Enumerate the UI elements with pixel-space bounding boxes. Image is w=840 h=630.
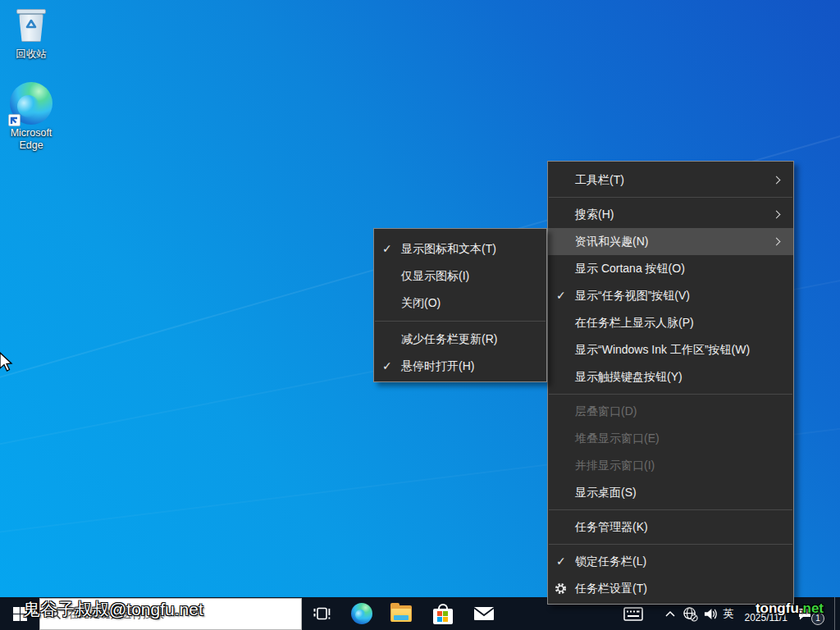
desktop-icon-recycle-bin[interactable]: 回收站 — [4, 7, 58, 61]
menu-item-taskbar-settings[interactable]: 任务栏设置(T) — [548, 575, 793, 602]
menu-item-label: 关闭(O) — [401, 296, 441, 309]
ime-label: 英 — [724, 606, 734, 621]
submenu-arrow-icon — [773, 237, 781, 245]
watermark-left: 鬼谷子叔叔@tongfu.net — [23, 598, 203, 621]
menu-item-label: 层叠窗口(D) — [575, 404, 637, 418]
checkmark-icon: ✓ — [556, 282, 566, 309]
menu-item-label: 搜索(H) — [575, 208, 614, 221]
menu-item-show-icon-only[interactable]: 仅显示图标(I) — [374, 262, 546, 290]
menu-item-news-and-interests[interactable]: 资讯和兴趣(N) — [548, 228, 793, 255]
edge-taskbar-button[interactable] — [343, 597, 381, 630]
touch-keyboard-icon — [623, 607, 643, 621]
desktop-icon-microsoft-edge[interactable]: Microsoft Edge — [4, 82, 58, 152]
task-view-icon — [312, 604, 331, 623]
menu-item-cascade-windows: 层叠窗口(D) — [548, 398, 793, 425]
show-desktop-button[interactable] — [834, 597, 840, 630]
menu-item-label: 显示桌面(S) — [575, 486, 637, 499]
menu-item-reduce-taskbar-updates[interactable]: 减少任务栏更新(R) — [374, 326, 546, 353]
menu-item-label: 显示 Cortana 按钮(O) — [575, 262, 685, 275]
speaker-icon — [703, 607, 719, 621]
menu-item-label: 任务栏设置(T) — [575, 582, 647, 595]
menu-separator — [549, 394, 792, 395]
watermark-corner: tongfu.net — [756, 600, 824, 617]
file-explorer-icon — [390, 605, 412, 622]
desktop-icon-label: 回收站 — [4, 48, 58, 61]
shortcut-arrow-icon — [8, 114, 21, 126]
menu-item-show-people-on-taskbar[interactable]: 在任务栏上显示人脉(P) — [548, 309, 793, 336]
menu-item-label: 仅显示图标(I) — [401, 269, 469, 282]
menu-item-show-touch-keyboard-button[interactable]: 显示触摸键盘按钮(Y) — [548, 363, 793, 390]
menu-item-show-cortana-button[interactable]: 显示 Cortana 按钮(O) — [548, 255, 793, 282]
menu-separator — [549, 509, 792, 510]
edge-icon — [10, 82, 52, 125]
menu-item-label: 并排显示窗口(I) — [575, 459, 655, 472]
menu-item-open-on-hover[interactable]: ✓ 悬停时打开(H) — [374, 353, 546, 380]
menu-item-label: 在任务栏上显示人脉(P) — [575, 316, 694, 329]
menu-item-turn-off[interactable]: 关闭(O) — [374, 290, 546, 317]
recycle-arrows-icon — [23, 19, 39, 34]
menu-item-label: 减少任务栏更新(R) — [401, 332, 497, 345]
menu-separator — [549, 197, 792, 198]
submenu-arrow-icon — [773, 210, 781, 218]
mouse-cursor — [0, 352, 15, 373]
checkmark-icon: ✓ — [556, 548, 566, 575]
menu-item-label: 任务管理器(K) — [575, 520, 648, 533]
mail-button[interactable] — [465, 597, 503, 630]
menu-item-show-desktop[interactable]: 显示桌面(S) — [548, 479, 793, 506]
menu-separator — [375, 321, 546, 322]
file-explorer-button[interactable] — [382, 597, 420, 630]
menu-item-label: 工具栏(T) — [575, 173, 624, 186]
menu-item-show-windows-side-by-side: 并排显示窗口(I) — [548, 452, 793, 479]
menu-item-label: 堆叠显示窗口(E) — [575, 431, 660, 445]
menu-item-label: 显示图标和文本(T) — [401, 242, 496, 255]
menu-item-search[interactable]: 搜索(H) — [548, 201, 793, 228]
menu-item-show-task-view-button[interactable]: ✓ 显示“任务视图”按钮(V) — [548, 282, 793, 309]
menu-item-label: 资讯和兴趣(N) — [575, 235, 648, 248]
task-view-button[interactable] — [303, 597, 340, 630]
menu-item-show-icon-and-text[interactable]: ✓ 显示图标和文本(T) — [374, 235, 546, 262]
checkmark-icon: ✓ — [382, 235, 392, 262]
menu-item-label: 锁定任务栏(L) — [575, 555, 646, 568]
taskbar-context-menu: 工具栏(T) 搜索(H) 资讯和兴趣(N) 显示 Cortana 按钮(O) ✓… — [547, 161, 794, 605]
network-no-internet-icon — [682, 606, 698, 622]
menu-item-lock-the-taskbar[interactable]: ✓ 锁定任务栏(L) — [548, 548, 793, 575]
menu-item-label: 显示“任务视图”按钮(V) — [575, 289, 690, 302]
chevron-up-icon — [665, 610, 675, 617]
menu-item-task-manager[interactable]: 任务管理器(K) — [548, 514, 793, 541]
edge-icon — [351, 603, 372, 624]
microsoft-store-button[interactable] — [424, 597, 462, 630]
mail-icon — [473, 605, 495, 623]
submenu-arrow-icon — [773, 176, 781, 184]
menu-item-label: 悬停时打开(H) — [401, 359, 474, 372]
menu-item-toolbars[interactable]: 工具栏(T) — [548, 167, 793, 194]
store-icon — [433, 609, 453, 624]
menu-item-label: 显示触摸键盘按钮(Y) — [575, 370, 682, 383]
gear-icon — [555, 582, 567, 595]
menu-separator — [549, 544, 792, 545]
desktop[interactable]: 回收站 Microsoft Edge ✓ 显示图标和文本(T) 仅显示图标(I)… — [0, 0, 840, 630]
menu-item-label: 显示“Windows Ink 工作区”按钮(W) — [575, 343, 750, 356]
menu-item-show-windows-stacked: 堆叠显示窗口(E) — [548, 425, 793, 452]
news-interests-submenu: ✓ 显示图标和文本(T) 仅显示图标(I) 关闭(O) 减少任务栏更新(R) ✓… — [373, 228, 547, 382]
desktop-icon-label: Microsoft Edge — [4, 127, 58, 152]
checkmark-icon: ✓ — [382, 353, 392, 380]
menu-item-show-windows-ink-workspace-button[interactable]: 显示“Windows Ink 工作区”按钮(W) — [548, 336, 793, 363]
recycle-bin-icon — [11, 7, 51, 46]
